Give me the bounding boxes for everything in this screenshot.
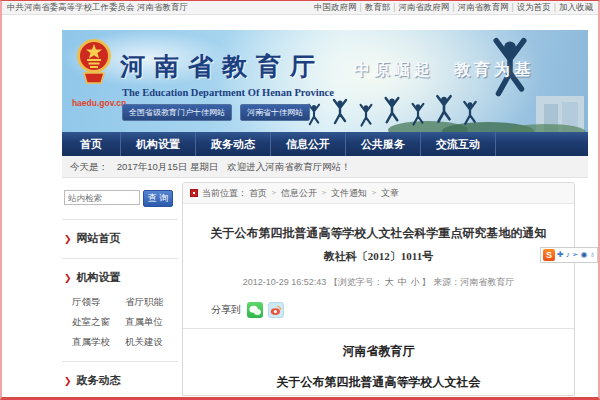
sidebar-link-offices[interactable]: 处室之窗 (72, 316, 125, 329)
breadcrumb-home[interactable]: 首页 (249, 183, 267, 203)
header-slogan: 中原崛起 教育为基 (354, 60, 534, 81)
sidebar-link-affiliated-units[interactable]: 直属单位 (125, 316, 178, 329)
source-label: 来源： (433, 277, 460, 287)
link-moe[interactable]: 教育部 (365, 2, 391, 12)
nav-item-interaction[interactable]: 交流互动 (421, 132, 496, 156)
article-meta: 2012-10-29 16:52:43 【浏览字号：大中小】 来源：河南省教育厅 (183, 276, 574, 289)
link-china-gov[interactable]: 中国政府网 (314, 2, 357, 12)
link-separator: | (512, 2, 514, 12)
date-welcome-bar: 今天是： 2017年10月15日 星期日 欢迎进入河南省教育厅网站！ (62, 156, 588, 178)
sidebar-item-gov-news[interactable]: ❯政务动态 (64, 373, 178, 388)
divider (183, 328, 574, 329)
link-add-favorite[interactable]: 加入收藏 (559, 2, 593, 12)
sidebar-link-dept-functions[interactable]: 省厅职能 (125, 296, 178, 309)
share-tool-icon-5[interactable]: ♁ (589, 249, 595, 261)
font-size-large[interactable]: 大 (385, 277, 394, 287)
weibo-share-icon[interactable] (268, 302, 284, 318)
share-tool-icon-1[interactable]: ✚ (557, 249, 564, 261)
share-tool-icon-2[interactable]: ♪ (566, 249, 570, 261)
breadcrumb-separator: ＞ (320, 183, 328, 203)
site-header-banner: haedu.gov.cn 河南省教育厅 The Education Depart… (62, 30, 588, 132)
today-date: 2017年10月15日 星期日 (117, 161, 219, 172)
share-tool-icon-4[interactable]: ◉ (580, 249, 587, 261)
link-henan-edu[interactable]: 河南省教育网 (458, 2, 509, 12)
share-tool-icon-3[interactable]: ➢ (572, 249, 579, 261)
divider (62, 361, 178, 362)
organization-links: 厅领导 省厅职能 处室之窗 直属单位 直属学校 机关建设 (62, 289, 178, 349)
sidebar-gov-news-label: 政务动态 (77, 374, 121, 386)
link-separator: | (393, 2, 395, 12)
arrow-icon: ❯ (64, 376, 72, 386)
site-title-english: The Education Department Of Henan Provin… (122, 87, 334, 98)
divider (62, 258, 178, 259)
sidebar-link-affiliated-schools[interactable]: 直属学校 (72, 336, 125, 349)
link-separator: | (452, 2, 454, 12)
award-badges: 全国省级教育门户十佳网站 河南省十佳网站 (122, 104, 310, 121)
left-sidebar: 查 询 ❯网站首页 ❯机构设置 厅领导 省厅职能 处室之窗 (62, 182, 178, 400)
link-separator: | (554, 2, 556, 12)
link-set-homepage[interactable]: 设为首页 (517, 2, 551, 12)
source-value: 河南省教育厅 (460, 277, 514, 287)
top-right-links: 中国政府网|教育部|河南省政府网|河南省教育网|设为首页|加入收藏 (314, 2, 593, 14)
breadcrumb-label: 当前位置： (202, 183, 247, 203)
font-size-label-close: 】 (422, 277, 431, 287)
sidebar-item-organization[interactable]: ❯机构设置 (64, 270, 178, 285)
sidebar-link-dept-leaders[interactable]: 厅领导 (72, 296, 125, 309)
link-separator: | (359, 2, 361, 12)
font-size-label: 【浏览字号： (329, 277, 383, 287)
nav-item-organization[interactable]: 机构设置 (121, 132, 196, 156)
top-left-site-text: 中共河南省委高等学校工作委员会 河南省教育厅 (7, 2, 188, 14)
sidebar-link-agency-building[interactable]: 机关建设 (125, 336, 178, 349)
nav-item-home[interactable]: 首页 (62, 132, 121, 156)
breadcrumb-document-notices[interactable]: 文件通知 (331, 183, 367, 203)
page-container: haedu.gov.cn 河南省教育厅 The Education Depart… (62, 30, 588, 397)
top-links-bar: 中共河南省委高等学校工作委员会 河南省教育厅 中国政府网|教育部|河南省政府网|… (2, 1, 598, 15)
breadcrumb: 当前位置： 首页 ＞ 信息公开 ＞ 文件通知 ＞ 文章 (183, 183, 574, 204)
welcome-text: 欢迎进入河南省教育厅网站！ (227, 161, 351, 172)
wechat-share-icon[interactable] (247, 302, 263, 318)
article-body-line: 河南省教育厅 (183, 343, 574, 360)
search-button[interactable]: 查 询 (143, 190, 173, 207)
font-size-medium[interactable]: 中 (398, 277, 407, 287)
search-input[interactable] (64, 190, 140, 205)
browser-share-widget: S ✚ ♪ ➢ ◉ ♁ (540, 247, 598, 263)
site-search: 查 询 (64, 190, 178, 207)
location-icon (190, 189, 198, 197)
sidebar-organization-label: 机构设置 (77, 271, 121, 283)
breadcrumb-info-disclosure[interactable]: 信息公开 (281, 183, 317, 203)
article-panel: 当前位置： 首页 ＞ 信息公开 ＞ 文件通知 ＞ 文章 关于公布第四批普通高等学… (182, 182, 575, 396)
link-henan-gov[interactable]: 河南省政府网 (398, 2, 449, 12)
font-size-small[interactable]: 小 (411, 277, 420, 287)
content-area: 查 询 ❯网站首页 ❯机构设置 厅领导 省厅职能 处室之窗 (62, 182, 588, 397)
article-doc-number: 教社科〔2012〕1011号 (183, 249, 574, 264)
breadcrumb-separator: ＞ (270, 183, 278, 203)
breadcrumb-article[interactable]: 文章 (381, 183, 399, 203)
share-label: 分享到 (211, 303, 241, 317)
sidebar-item-home[interactable]: ❯网站首页 (64, 231, 178, 246)
article-datetime: 2012-10-29 16:52:43 (243, 277, 327, 287)
nav-item-public-service[interactable]: 公共服务 (346, 132, 421, 156)
arrow-icon: ❯ (64, 234, 72, 244)
gov-news-links: 豫教要闻 文件通知 媒体聚焦 高校动态 (62, 392, 178, 400)
share-row: 分享到 (211, 302, 574, 318)
badge-henan-top10[interactable]: 河南省十佳网站 (240, 104, 310, 121)
main-navigation: 首页 机构设置 政务动态 信息公开 公共服务 交流互动 (62, 132, 588, 156)
sidebar-home-label: 网站首页 (77, 232, 121, 244)
arrow-icon: ❯ (64, 273, 72, 283)
nav-item-info-disclosure[interactable]: 信息公开 (271, 132, 346, 156)
badge-national-top10[interactable]: 全国省级教育门户十佳网站 (122, 104, 232, 121)
national-emblem-logo[interactable] (76, 35, 112, 97)
dancers-photo-graphic (288, 30, 588, 132)
site-title-chinese: 河南省教育厅 (120, 50, 324, 83)
breadcrumb-separator: ＞ (370, 183, 378, 203)
today-prefix: 今天是： (70, 161, 108, 172)
article-body-line: 关于公布第四批普通高等学校人文社会 (183, 374, 574, 391)
share-widget-logo[interactable]: S (543, 249, 555, 261)
browser-viewport: 中共河南省委高等学校工作委员会 河南省教育厅 中国政府网|教育部|河南省政府网|… (0, 0, 600, 400)
divider (62, 219, 178, 220)
article-title: 关于公布第四批普通高等学校人文社会科学重点研究基地的通知 (183, 225, 574, 242)
nav-item-gov-news[interactable]: 政务动态 (196, 132, 271, 156)
